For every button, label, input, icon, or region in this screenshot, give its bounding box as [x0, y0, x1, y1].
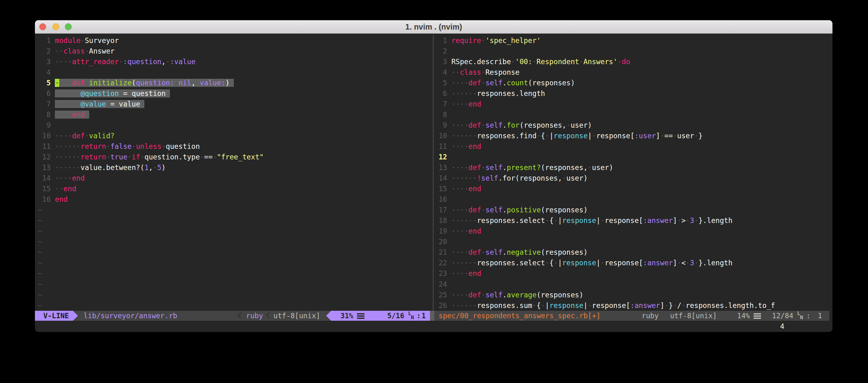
code-line: 1 module·Surveyor — [38, 35, 430, 46]
code-line: 5 ····def·initialize(question:·nil,·valu… — [38, 77, 430, 88]
linenr-symbol-icon: LN — [408, 311, 415, 321]
code-line: 10 ······responses.find·{·|response|·res… — [434, 131, 833, 141]
line-number: 9 — [434, 121, 452, 129]
empty-line-tilde: ~ — [38, 247, 430, 257]
line-number: 11 — [38, 142, 55, 150]
filetype-left: ruby — [246, 311, 263, 321]
code-line: 22 ······responses.select·{·|response|·r… — [434, 257, 833, 268]
colon-separator: : — [416, 311, 421, 321]
code-line: 15 ····end — [434, 183, 833, 194]
filetype-right: ruby — [642, 311, 659, 321]
code-line: 17 ····def·self.positive(responses) — [434, 205, 833, 215]
visual-selection: ······@question·=·question — [55, 90, 170, 98]
empty-line-tilde: ~ — [38, 300, 430, 311]
position-block: 31% 5/16 LN : 1 — [331, 311, 430, 321]
line-number: 15 — [38, 185, 55, 193]
scroll-percent-left: 31% — [340, 311, 353, 321]
code-line: 23 ····end — [434, 268, 833, 279]
line-position-right: 12/84 — [772, 311, 793, 321]
code-pane-left[interactable]: 1 module·Surveyor 2 ··class·Answer 3 ···… — [38, 35, 430, 311]
column-number-right: 1 — [818, 311, 822, 321]
statusline-left: V-LINE lib/surveyor/answer.rb ruby utf-8… — [35, 311, 430, 321]
pending-command-count: 4 — [780, 321, 784, 332]
code-line: 4 ··class·Response — [434, 67, 833, 77]
line-number: 4 — [434, 68, 452, 76]
filename-left: lib/surveyor/answer.rb — [84, 311, 177, 321]
empty-line-tilde: ~ — [38, 279, 430, 289]
line-number: 3 — [434, 58, 452, 66]
empty-line-tilde: ~ — [38, 205, 430, 215]
title-bar[interactable]: 1. nvim . (nvim) — [35, 20, 833, 34]
code-line: 11 ····end — [434, 141, 833, 152]
powerline-chevron-icon — [237, 312, 244, 319]
colon-separator: : — [806, 311, 811, 321]
empty-line-tilde: ~ — [38, 268, 430, 279]
code-line: 3 ····attr_reader·:question,·:value — [38, 56, 430, 67]
line-number: 11 — [434, 142, 452, 150]
line-number: 16 — [38, 195, 55, 203]
code-line: 12 ······return·true·if·question.type·==… — [38, 152, 430, 162]
code-line: 5 ····def·self.count(responses) — [434, 77, 833, 88]
line-number: 13 — [434, 164, 452, 172]
code-line: 6 ······responses.length — [434, 88, 833, 99]
code-line: 13 ····def·self.present?(responses,·user… — [434, 162, 833, 173]
vertical-split-separator[interactable] — [433, 35, 434, 311]
code-line: 14 ······!self.for(responses,·user) — [434, 173, 833, 183]
line-number: 8 — [434, 110, 452, 119]
line-number: 14 — [434, 174, 452, 182]
code-line: 8 — [434, 109, 833, 120]
line-number: 21 — [434, 248, 452, 256]
visual-selection: ······@value·=·value — [55, 100, 144, 108]
line-number: 4 — [38, 68, 55, 76]
line-number: 16 — [434, 195, 452, 203]
powerline-arrow-icon — [326, 311, 331, 321]
code-line: 8 ····end — [38, 109, 430, 120]
editor-content: 1 module·Surveyor 2 ··class·Answer 3 ···… — [35, 35, 833, 311]
line-number: 6 — [434, 90, 452, 98]
visual-selection: ····def·initialize(question:·nil,·value:… — [55, 79, 234, 87]
code-line: 3 RSpec.describe·'00:·Respondent·Answers… — [434, 56, 833, 67]
line-number: 22 — [434, 259, 452, 267]
code-line: 13 ······value.between?(1,·5) — [38, 162, 430, 173]
code-line: 9 — [38, 120, 430, 131]
code-pane-right[interactable]: 1 require·'spec_helper' 2 3 RSpec.descri… — [434, 35, 833, 311]
encoding-right: utf-8[unix] — [670, 311, 717, 321]
powerline-chevron-icon — [266, 312, 273, 319]
line-number: 5 — [38, 79, 55, 87]
line-number: 10 — [38, 132, 55, 140]
code-line: 12 — [434, 152, 833, 162]
line-number: 23 — [434, 269, 452, 277]
command-line[interactable]: 4 — [35, 321, 833, 332]
terminal-window: 1. nvim . (nvim) 1 module·Surveyor 2 ··c… — [35, 20, 833, 332]
code-line: 26 ······responses.sum·{·|response|·resp… — [434, 300, 833, 311]
powerline-arrow-icon — [73, 311, 78, 321]
code-line: 9 ····def·self.for(responses,·user) — [434, 120, 833, 131]
code-line: 2 — [434, 46, 833, 56]
line-number: 14 — [38, 174, 55, 182]
code-line: 10 ····def·valid? — [38, 131, 430, 141]
code-line: 18 ······responses.select·{·|response|·r… — [434, 215, 833, 226]
line-number: 1 — [38, 36, 55, 44]
filename-right: spec/00_respondents_answers_spec.rb[+] — [439, 311, 600, 321]
empty-line-tilde: ~ — [38, 215, 430, 226]
line-number: 17 — [434, 206, 452, 214]
code-line: 7 ······@value·=·value — [38, 99, 430, 109]
empty-line-tilde: ~ — [38, 257, 430, 268]
line-position-left: 5/16 — [387, 311, 404, 321]
code-line: 16 — [434, 194, 833, 205]
line-number: 15 — [434, 185, 452, 193]
window-title: 1. nvim . (nvim) — [35, 20, 833, 33]
statusline-right: spec/00_respondents_answers_spec.rb[+] r… — [434, 311, 829, 321]
line-number: 8 — [38, 110, 55, 119]
line-number: 2 — [38, 47, 55, 55]
cursor-block: · — [55, 79, 59, 87]
code-line: 24 — [434, 279, 833, 289]
code-line: 20 — [434, 236, 833, 247]
code-line: 14 ····end — [38, 173, 430, 183]
line-number: 20 — [434, 238, 452, 246]
line-number: 19 — [434, 227, 452, 235]
empty-line-tilde: ~ — [38, 289, 430, 300]
code-line: 19 ····end — [434, 226, 833, 236]
line-number: 13 — [38, 164, 55, 172]
code-line: 6 ······@question·=·question — [38, 88, 430, 99]
